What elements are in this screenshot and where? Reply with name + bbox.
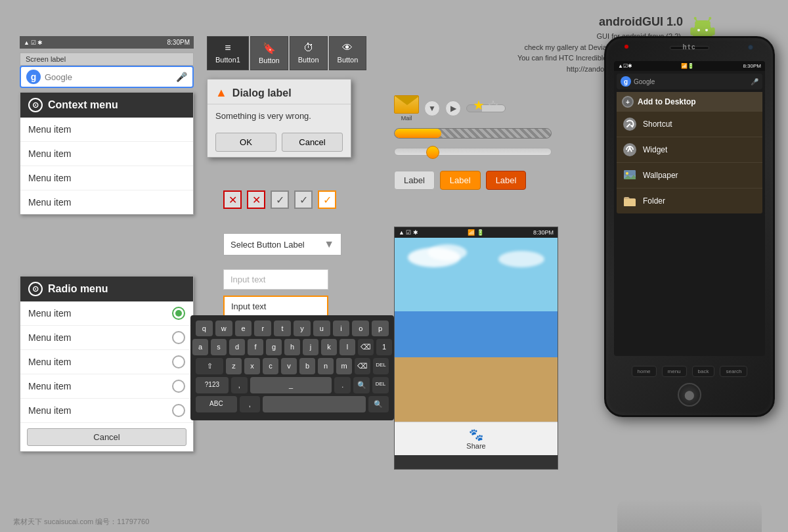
key-k[interactable]: k <box>321 339 337 355</box>
radio-button-1[interactable] <box>172 307 185 320</box>
google-search-bar[interactable]: g 🎤 <box>20 66 194 88</box>
checkbox-checked-2[interactable]: ✓ <box>294 190 313 209</box>
input-field-1[interactable]: Input text <box>223 269 328 290</box>
context-menu-item-4[interactable]: Menu item <box>20 190 193 214</box>
key-t[interactable]: t <box>274 321 291 336</box>
phone-mic-icon[interactable]: 🎤 <box>751 78 758 85</box>
add-menu-folder[interactable]: Folder <box>617 188 762 213</box>
key-p[interactable]: p <box>372 321 389 336</box>
dialog-ok-button[interactable]: OK <box>215 133 276 152</box>
checkbox-unchecked-2[interactable]: ✕ <box>247 190 265 209</box>
radio-button-2[interactable] <box>172 331 185 344</box>
toolbar-button-4[interactable]: 👁 Button <box>329 36 367 70</box>
key-delete[interactable]: ⌫ <box>358 339 374 355</box>
checkbox-unchecked-1[interactable]: ✕ <box>223 190 242 209</box>
key-u[interactable]: u <box>313 321 330 336</box>
radio-menu-item-2[interactable]: Menu item <box>20 326 193 350</box>
radio-button-5[interactable] <box>172 404 185 417</box>
star-filled-1[interactable]: ★ <box>473 97 485 113</box>
key-abc[interactable]: ABC <box>196 396 237 412</box>
radio-menu-item-1[interactable]: Menu item <box>20 301 193 326</box>
phone-home-button[interactable]: ⬤ <box>678 383 701 407</box>
key-w[interactable]: w <box>215 321 232 336</box>
context-menu-item-1[interactable]: Menu item <box>20 118 193 142</box>
key-backspace[interactable]: ⌫ <box>355 358 370 374</box>
key-shift[interactable]: ⇧ <box>196 358 223 374</box>
phone-nav-back[interactable]: back <box>692 366 715 377</box>
toolbar-btn-2-label: Button <box>259 56 280 64</box>
key-c[interactable]: c <box>263 358 278 374</box>
radio-button-4[interactable] <box>172 380 185 393</box>
add-menu-wallpaper[interactable]: Wallpaper <box>617 163 762 188</box>
phone-nav-home[interactable]: home <box>632 366 657 377</box>
key-a[interactable]: a <box>192 339 208 355</box>
key-del-label[interactable]: DEL <box>373 358 389 374</box>
google-search-input[interactable] <box>45 72 172 82</box>
toolbar-button-2[interactable]: 🔖 Button <box>250 36 288 70</box>
key-h[interactable]: h <box>284 339 300 355</box>
checkbox-checked-1[interactable]: ✓ <box>271 190 289 209</box>
radio-cancel-button[interactable]: Cancel <box>27 428 186 446</box>
key-search-2[interactable]: 🔍 <box>368 396 389 412</box>
phone-screen-google-bar[interactable]: g Google 🎤 <box>617 74 762 89</box>
key-j[interactable]: j <box>303 339 318 355</box>
key-g[interactable]: g <box>266 339 282 355</box>
label-button-3[interactable]: Label <box>486 171 527 190</box>
key-d[interactable]: d <box>229 339 245 355</box>
key-q[interactable]: q <box>196 321 213 336</box>
phone-nav-row: home menu back search <box>611 366 768 377</box>
radio-menu-item-5[interactable]: Menu item <box>20 399 193 423</box>
microphone-icon[interactable]: 🎤 <box>176 72 187 82</box>
key-1[interactable]: 1 <box>376 339 392 355</box>
context-menu-item-2[interactable]: Menu item <box>20 142 193 166</box>
key-y[interactable]: y <box>294 321 311 336</box>
key-m[interactable]: m <box>336 358 352 374</box>
context-menu-item-3[interactable]: Menu item <box>20 166 193 190</box>
nav-right-arrow[interactable]: ▶ <box>445 100 461 116</box>
toolbar-button-3[interactable]: ⏱ Button <box>290 36 328 70</box>
key-r[interactable]: r <box>254 321 271 336</box>
key-search[interactable]: 🔍 <box>353 377 370 393</box>
radio-menu-item-4[interactable]: Menu item <box>20 374 193 399</box>
phone-google-placeholder: Google <box>634 78 748 85</box>
toolbar-btn-3-label: Button <box>298 56 319 64</box>
key-f[interactable]: f <box>248 339 263 355</box>
key-e[interactable]: e <box>235 321 252 336</box>
label-button-2[interactable]: Label <box>440 171 481 190</box>
key-del-2[interactable]: DEL <box>372 377 389 393</box>
radio-button-3[interactable] <box>172 355 185 368</box>
select-button[interactable]: Select Button Label ▼ <box>223 233 341 255</box>
nav-down-arrow[interactable]: ▼ <box>424 100 440 116</box>
key-comma-2[interactable]: , <box>240 396 260 412</box>
key-i[interactable]: i <box>333 321 350 336</box>
key-numbers[interactable]: ?123 <box>196 377 229 393</box>
mail-icon-container[interactable]: Mail <box>394 95 419 122</box>
star-empty-1[interactable]: ☆ <box>487 97 499 113</box>
key-v[interactable]: v <box>281 358 297 374</box>
key-s[interactable]: s <box>211 339 227 355</box>
input-field-2-focused[interactable]: Input text <box>223 296 328 317</box>
dialog-cancel-button[interactable]: Cancel <box>282 133 343 152</box>
key-l[interactable]: l <box>339 339 355 355</box>
radio-menu-item-3[interactable]: Menu item <box>20 350 193 374</box>
phone-nav-menu[interactable]: menu <box>662 366 687 377</box>
add-menu-shortcut[interactable]: Shortcut <box>617 112 762 137</box>
phone-led <box>624 45 628 49</box>
key-z[interactable]: z <box>226 358 242 374</box>
toolbar-button-1[interactable]: ≡ Button1 <box>207 36 249 70</box>
label-button-1[interactable]: Label <box>394 171 435 190</box>
key-comma[interactable]: , <box>231 377 248 393</box>
add-menu-widget[interactable]: Widget <box>617 137 762 163</box>
key-space-2[interactable] <box>263 396 366 412</box>
slider-control[interactable] <box>394 148 552 156</box>
key-o[interactable]: o <box>352 321 369 336</box>
phone-nav-search[interactable]: search <box>720 366 747 377</box>
key-n[interactable]: n <box>318 358 334 374</box>
checkbox-checked-orange[interactable]: ✓ <box>318 190 336 209</box>
key-b[interactable]: b <box>299 358 315 374</box>
key-period[interactable]: . <box>334 377 351 393</box>
watermark-left: 素材天下 sucaisucai.com 编号：11797760 <box>13 517 149 527</box>
key-space[interactable]: _ <box>250 377 332 393</box>
slider-thumb[interactable] <box>426 146 439 159</box>
key-x[interactable]: x <box>244 358 260 374</box>
